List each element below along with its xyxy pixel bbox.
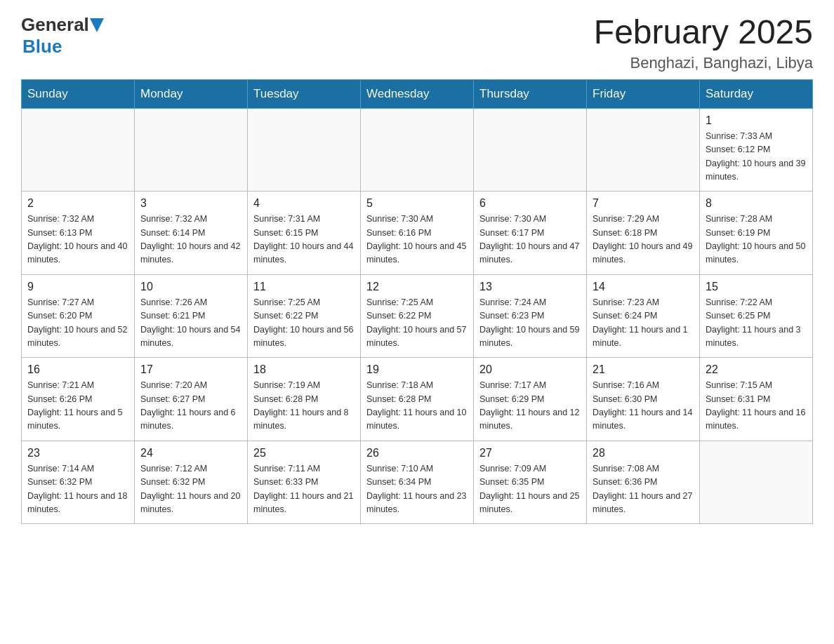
- calendar-cell: 26Sunrise: 7:10 AMSunset: 6:34 PMDayligh…: [361, 441, 474, 524]
- calendar-cell: 24Sunrise: 7:12 AMSunset: 6:32 PMDayligh…: [135, 441, 248, 524]
- calendar-header-row: SundayMondayTuesdayWednesdayThursdayFrid…: [22, 79, 813, 108]
- day-number: 24: [140, 447, 241, 459]
- day-number: 8: [706, 197, 807, 210]
- day-info: Sunrise: 7:30 AMSunset: 6:17 PMDaylight:…: [479, 213, 581, 267]
- calendar-cell: 28Sunrise: 7:08 AMSunset: 6:36 PMDayligh…: [587, 441, 700, 524]
- calendar-header-sunday: Sunday: [22, 79, 135, 108]
- calendar-cell: 22Sunrise: 7:15 AMSunset: 6:31 PMDayligh…: [700, 358, 813, 441]
- day-number: 23: [27, 447, 128, 459]
- calendar-week-row: 16Sunrise: 7:21 AMSunset: 6:26 PMDayligh…: [22, 358, 813, 441]
- day-number: 6: [479, 197, 581, 210]
- day-info: Sunrise: 7:09 AMSunset: 6:35 PMDaylight:…: [479, 462, 581, 517]
- calendar-cell: 14Sunrise: 7:23 AMSunset: 6:24 PMDayligh…: [587, 274, 700, 358]
- calendar-cell: 10Sunrise: 7:26 AMSunset: 6:21 PMDayligh…: [135, 274, 248, 358]
- location-subtitle: Benghazi, Banghazi, Libya: [594, 54, 813, 72]
- calendar-cell: 1Sunrise: 7:33 AMSunset: 6:12 PMDaylight…: [700, 108, 813, 192]
- calendar-cell: 3Sunrise: 7:32 AMSunset: 6:14 PMDaylight…: [135, 192, 248, 275]
- day-info: Sunrise: 7:27 AMSunset: 6:20 PMDaylight:…: [27, 296, 128, 351]
- day-info: Sunrise: 7:14 AMSunset: 6:32 PMDaylight:…: [27, 462, 128, 517]
- day-number: 5: [366, 197, 468, 210]
- day-info: Sunrise: 7:21 AMSunset: 6:26 PMDaylight:…: [27, 379, 128, 434]
- day-number: 13: [479, 281, 581, 293]
- calendar-header-tuesday: Tuesday: [248, 79, 361, 108]
- day-number: 3: [140, 197, 241, 210]
- calendar-cell: [700, 441, 813, 524]
- calendar-cell: 6Sunrise: 7:30 AMSunset: 6:17 PMDaylight…: [474, 192, 587, 275]
- title-block: February 2025 Benghazi, Banghazi, Libya: [594, 14, 813, 72]
- day-info: Sunrise: 7:19 AMSunset: 6:28 PMDaylight:…: [253, 379, 355, 434]
- calendar-cell: 18Sunrise: 7:19 AMSunset: 6:28 PMDayligh…: [248, 358, 361, 441]
- month-title: February 2025: [594, 14, 813, 51]
- calendar-cell: 5Sunrise: 7:30 AMSunset: 6:16 PMDaylight…: [361, 192, 474, 275]
- calendar-cell: 17Sunrise: 7:20 AMSunset: 6:27 PMDayligh…: [135, 358, 248, 441]
- day-number: 9: [27, 281, 128, 293]
- day-number: 2: [27, 197, 128, 210]
- day-info: Sunrise: 7:08 AMSunset: 6:36 PMDaylight:…: [593, 462, 694, 517]
- calendar-cell: [135, 108, 248, 192]
- day-info: Sunrise: 7:18 AMSunset: 6:28 PMDaylight:…: [366, 379, 468, 434]
- logo-blue-text: Blue: [22, 36, 62, 57]
- calendar-cell: 2Sunrise: 7:32 AMSunset: 6:13 PMDaylight…: [22, 192, 135, 275]
- calendar-header-wednesday: Wednesday: [361, 79, 474, 108]
- page-header: General Blue February 2025 Benghazi, Ban…: [21, 14, 813, 72]
- calendar-cell: 21Sunrise: 7:16 AMSunset: 6:30 PMDayligh…: [587, 358, 700, 441]
- day-number: 22: [706, 363, 807, 376]
- logo-triangle-icon: [90, 18, 104, 34]
- day-number: 4: [253, 197, 355, 210]
- day-number: 1: [706, 114, 807, 127]
- calendar-week-row: 2Sunrise: 7:32 AMSunset: 6:13 PMDaylight…: [22, 192, 813, 275]
- day-number: 11: [253, 281, 355, 293]
- day-number: 14: [593, 281, 694, 293]
- calendar-cell: 9Sunrise: 7:27 AMSunset: 6:20 PMDaylight…: [22, 274, 135, 358]
- day-info: Sunrise: 7:32 AMSunset: 6:14 PMDaylight:…: [140, 213, 241, 267]
- calendar-cell: [361, 108, 474, 192]
- day-number: 7: [593, 197, 694, 210]
- day-info: Sunrise: 7:32 AMSunset: 6:13 PMDaylight:…: [27, 213, 128, 267]
- day-number: 28: [593, 447, 694, 459]
- day-number: 15: [706, 281, 807, 293]
- day-number: 25: [253, 447, 355, 459]
- day-info: Sunrise: 7:30 AMSunset: 6:16 PMDaylight:…: [366, 213, 468, 267]
- calendar-cell: [22, 108, 135, 192]
- calendar-cell: 16Sunrise: 7:21 AMSunset: 6:26 PMDayligh…: [22, 358, 135, 441]
- calendar-cell: 7Sunrise: 7:29 AMSunset: 6:18 PMDaylight…: [587, 192, 700, 275]
- day-info: Sunrise: 7:28 AMSunset: 6:19 PMDaylight:…: [706, 213, 807, 267]
- calendar-week-row: 9Sunrise: 7:27 AMSunset: 6:20 PMDaylight…: [22, 274, 813, 358]
- calendar-cell: 8Sunrise: 7:28 AMSunset: 6:19 PMDaylight…: [700, 192, 813, 275]
- calendar-cell: 11Sunrise: 7:25 AMSunset: 6:22 PMDayligh…: [248, 274, 361, 358]
- calendar-header-thursday: Thursday: [474, 79, 587, 108]
- day-info: Sunrise: 7:29 AMSunset: 6:18 PMDaylight:…: [593, 213, 694, 267]
- day-info: Sunrise: 7:33 AMSunset: 6:12 PMDaylight:…: [706, 130, 807, 185]
- calendar-cell: 12Sunrise: 7:25 AMSunset: 6:22 PMDayligh…: [361, 274, 474, 358]
- day-number: 27: [479, 447, 581, 459]
- day-info: Sunrise: 7:12 AMSunset: 6:32 PMDaylight:…: [140, 462, 241, 517]
- day-number: 26: [366, 447, 468, 459]
- calendar-cell: 27Sunrise: 7:09 AMSunset: 6:35 PMDayligh…: [474, 441, 587, 524]
- calendar-cell: 25Sunrise: 7:11 AMSunset: 6:33 PMDayligh…: [248, 441, 361, 524]
- calendar-table: SundayMondayTuesdayWednesdayThursdayFrid…: [21, 79, 813, 525]
- day-info: Sunrise: 7:31 AMSunset: 6:15 PMDaylight:…: [253, 213, 355, 267]
- day-info: Sunrise: 7:26 AMSunset: 6:21 PMDaylight:…: [140, 296, 241, 351]
- day-number: 21: [593, 363, 694, 376]
- day-info: Sunrise: 7:24 AMSunset: 6:23 PMDaylight:…: [479, 296, 581, 351]
- logo: General Blue: [21, 14, 104, 58]
- day-info: Sunrise: 7:22 AMSunset: 6:25 PMDaylight:…: [706, 296, 807, 351]
- calendar-cell: 4Sunrise: 7:31 AMSunset: 6:15 PMDaylight…: [248, 192, 361, 275]
- day-number: 19: [366, 363, 468, 376]
- day-number: 17: [140, 363, 241, 376]
- calendar-header-friday: Friday: [587, 79, 700, 108]
- calendar-cell: 15Sunrise: 7:22 AMSunset: 6:25 PMDayligh…: [700, 274, 813, 358]
- day-number: 12: [366, 281, 468, 293]
- day-number: 20: [479, 363, 581, 376]
- calendar-cell: [248, 108, 361, 192]
- calendar-cell: 20Sunrise: 7:17 AMSunset: 6:29 PMDayligh…: [474, 358, 587, 441]
- day-info: Sunrise: 7:17 AMSunset: 6:29 PMDaylight:…: [479, 379, 581, 434]
- calendar-cell: 23Sunrise: 7:14 AMSunset: 6:32 PMDayligh…: [22, 441, 135, 524]
- logo-general-text: General: [21, 14, 89, 36]
- calendar-week-row: 23Sunrise: 7:14 AMSunset: 6:32 PMDayligh…: [22, 441, 813, 524]
- calendar-week-row: 1Sunrise: 7:33 AMSunset: 6:12 PMDaylight…: [22, 108, 813, 192]
- svg-marker-0: [90, 18, 104, 32]
- day-number: 16: [27, 363, 128, 376]
- day-info: Sunrise: 7:25 AMSunset: 6:22 PMDaylight:…: [366, 296, 468, 351]
- calendar-cell: 19Sunrise: 7:18 AMSunset: 6:28 PMDayligh…: [361, 358, 474, 441]
